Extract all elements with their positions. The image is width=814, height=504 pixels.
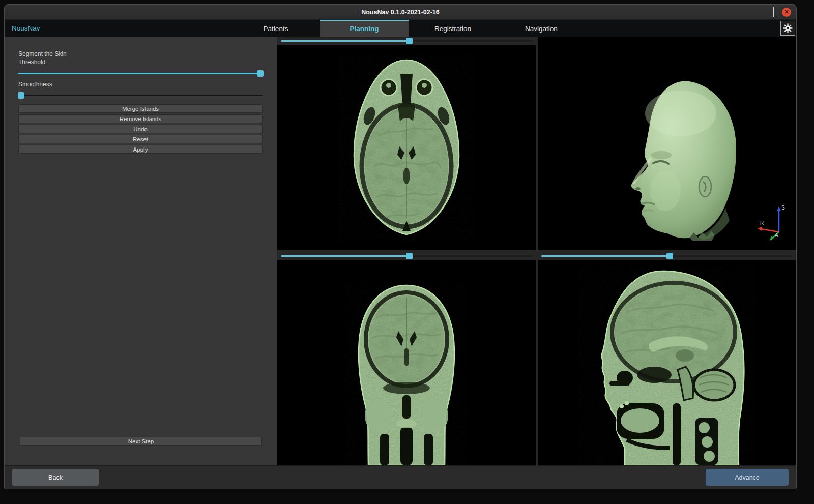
- slider-fill: [281, 40, 409, 42]
- smoothness-label: Smoothness: [18, 80, 263, 88]
- segmentation-actions: Merge Islands Remove Islands Undo Reset …: [18, 104, 263, 154]
- viewport-grid: S R A: [277, 37, 796, 465]
- axial-view-canvas[interactable]: [277, 45, 536, 250]
- section-title: Segment the Skin: [18, 50, 263, 58]
- close-icon: ✕: [784, 9, 789, 15]
- slider-fill: [541, 255, 670, 257]
- tab-registration[interactable]: Registration: [409, 20, 497, 37]
- window-controls: ✕: [765, 5, 791, 19]
- axis-label-superior: S: [781, 205, 785, 211]
- merge-islands-button[interactable]: Merge Islands: [18, 104, 263, 113]
- orientation-axes-marker: S R A: [755, 203, 788, 241]
- slider-fill: [18, 73, 260, 74]
- content-area: Segment the Skin Threshold Smoothness Me…: [5, 37, 796, 465]
- slider-handle[interactable]: [406, 38, 413, 44]
- coronal-slice-slider[interactable]: [281, 253, 533, 259]
- sagittal-mri-image: [578, 267, 756, 465]
- slider-track: [18, 95, 263, 96]
- tab-planning[interactable]: Planning: [320, 20, 409, 37]
- 3d-head-render: [604, 78, 747, 241]
- coronal-slider-bar: [277, 252, 536, 260]
- slider-handle[interactable]: [666, 253, 673, 259]
- sagittal-slider-bar: [538, 252, 797, 260]
- sagittal-view-canvas[interactable]: [538, 260, 797, 465]
- maximize-icon: [773, 7, 774, 17]
- back-button[interactable]: Back: [12, 469, 99, 486]
- advance-button[interactable]: Advance: [706, 469, 789, 486]
- maximize-button[interactable]: [773, 8, 774, 17]
- next-step-button[interactable]: Next Step: [20, 437, 262, 446]
- undo-button[interactable]: Undo: [18, 125, 263, 133]
- axial-mri-image: [338, 55, 475, 241]
- tab-patients[interactable]: Patients: [231, 20, 320, 37]
- settings-button[interactable]: [780, 21, 795, 36]
- volume-3d-canvas[interactable]: S R A: [538, 37, 797, 250]
- axis-label-anterior: A: [775, 232, 778, 238]
- viewport-coronal: [277, 252, 536, 465]
- footer-bar: Back Advance: [5, 465, 796, 489]
- slider-fill: [281, 255, 409, 257]
- axis-label-right: R: [760, 220, 764, 226]
- title-bar[interactable]: NousNav 0.1.0-2021-02-16 ✕: [5, 5, 796, 20]
- threshold-label: Threshold: [18, 58, 263, 66]
- viewport-sagittal: [538, 252, 797, 465]
- app-brand: NousNav: [12, 20, 40, 37]
- slider-handle[interactable]: [257, 70, 264, 77]
- tab-navigation[interactable]: Navigation: [497, 20, 586, 37]
- reset-button[interactable]: Reset: [18, 135, 263, 143]
- remove-islands-button[interactable]: Remove Islands: [18, 114, 263, 123]
- coronal-mri-image: [345, 282, 468, 465]
- viewport-3d: S R A: [538, 37, 797, 250]
- slider-handle[interactable]: [18, 92, 24, 99]
- apply-button[interactable]: Apply: [18, 145, 263, 154]
- close-button[interactable]: ✕: [782, 8, 791, 17]
- axial-slider-bar: [277, 37, 536, 45]
- main-nav-bar: NousNav Patients Planning Registration N…: [5, 20, 796, 37]
- axial-slice-slider[interactable]: [281, 38, 533, 44]
- sagittal-slice-slider[interactable]: [541, 253, 793, 259]
- segmentation-panel: Segment the Skin Threshold Smoothness Me…: [5, 37, 277, 465]
- gear-icon: [782, 23, 793, 34]
- window-title: NousNav 0.1.0-2021-02-16: [361, 9, 440, 16]
- tab-strip: Patients Planning Registration Navigatio…: [231, 20, 586, 37]
- smoothness-slider[interactable]: [18, 92, 263, 99]
- threshold-slider[interactable]: [18, 70, 263, 77]
- coronal-view-canvas[interactable]: [277, 260, 536, 465]
- slider-handle[interactable]: [406, 253, 413, 259]
- viewport-axial: [277, 37, 536, 250]
- app-window: NousNav 0.1.0-2021-02-16 ✕ NousNav Patie…: [4, 4, 797, 489]
